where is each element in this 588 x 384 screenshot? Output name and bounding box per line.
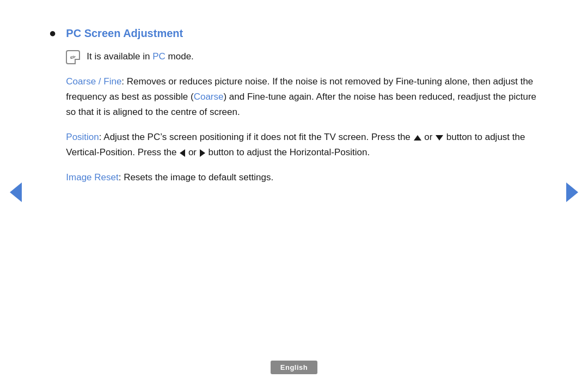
bottom-bar: English: [0, 361, 588, 384]
triangle-up-icon: [414, 135, 421, 141]
note-block: ✏ It is available in PC mode.: [66, 50, 539, 64]
section-heading: PC Screen Adjustment: [66, 27, 539, 40]
previous-arrow[interactable]: [10, 182, 22, 202]
bullet-dot: ●: [49, 26, 56, 40]
note-text: It is available in PC mode.: [87, 50, 194, 64]
image-reset-label: Image Reset: [66, 172, 118, 182]
bullet-content: PC Screen Adjustment ✏ It is available i…: [66, 27, 539, 195]
next-arrow[interactable]: [566, 182, 578, 202]
image-reset-desc: : Resets the image to default settings.: [119, 172, 273, 182]
coarse-fine-label: Coarse / Fine: [66, 76, 121, 87]
bullet-section: ● PC Screen Adjustment ✏ It is available…: [49, 27, 539, 195]
note-pre: It is available in: [87, 51, 152, 62]
coarse-fine-paragraph: Coarse / Fine: Removes or reduces pictur…: [66, 74, 539, 120]
position-desc-post: button to adjust the Horizontal-Position…: [206, 147, 370, 157]
triangle-right-icon: [200, 149, 205, 157]
triangle-left-icon: [180, 149, 185, 157]
position-paragraph: Position: Adjust the PC’s screen positio…: [66, 130, 539, 160]
coarse-link: Coarse: [194, 92, 224, 102]
position-label: Position: [66, 132, 99, 142]
note-post: mode.: [166, 51, 194, 62]
language-badge: English: [271, 361, 317, 374]
main-content: ● PC Screen Adjustment ✏ It is available…: [0, 0, 588, 211]
note-pc: PC: [152, 51, 166, 62]
image-reset-paragraph: Image Reset: Resets the image to default…: [66, 170, 539, 185]
note-icon: ✏: [66, 50, 80, 64]
position-or1: or: [422, 132, 436, 142]
pencil-icon: ✏: [69, 52, 77, 62]
triangle-down-icon: [436, 135, 443, 141]
position-or2: or: [186, 147, 199, 157]
position-desc-pre: : Adjust the PC’s screen positioning if …: [99, 132, 413, 142]
